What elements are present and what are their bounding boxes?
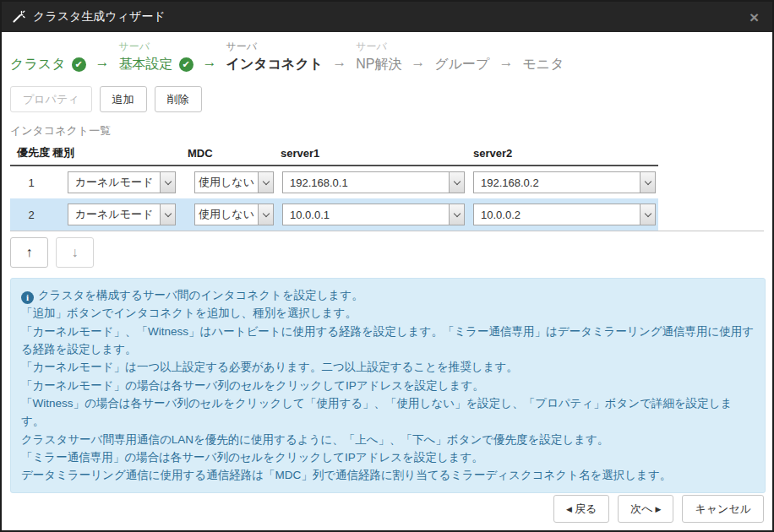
interconnect-list-caption: インタコネクト一覧	[10, 123, 764, 138]
mdc-select[interactable]: 使用しない	[194, 204, 274, 225]
table-row-selected[interactable]: 2 カーネルモード 使用しない 10.0.0.1 10.0.0.2	[10, 198, 658, 231]
step-sub-label: サーバ	[356, 40, 401, 54]
step-arrow-icon: →	[194, 52, 226, 74]
cancel-button[interactable]: キャンセル	[682, 495, 764, 523]
step-sub-label	[434, 40, 489, 54]
server1-select[interactable]: 192.168.0.1	[282, 171, 465, 193]
info-icon: i	[21, 291, 34, 304]
col-header-server1: server1	[281, 147, 473, 160]
step-sub-label: サーバ	[226, 40, 324, 54]
wizard-steps-breadcrumb: クラスタ ✔ → サーバ 基本設定 ✔ → サーバ インタコネクト → サーバ …	[10, 40, 764, 74]
step-label: グループ	[434, 56, 489, 73]
step-arrow-icon: →	[86, 52, 119, 74]
step-sub-label: サーバ	[119, 40, 194, 54]
info-line: 「ミラー通信専用」の場合は各サーバ列のセルをクリックしてIPアドレスを設定します…	[21, 448, 755, 466]
chevron-down-icon[interactable]	[258, 172, 273, 193]
next-button[interactable]: 次へ▶	[618, 495, 673, 523]
info-line: 「カーネルモード」の場合は各サーバ列のセルをクリックしてIPアドレスを設定します…	[21, 377, 755, 394]
wizard-wand-icon	[12, 10, 25, 24]
step-basic-settings: サーバ 基本設定 ✔	[119, 40, 194, 74]
step-group: グループ	[434, 40, 489, 74]
step-label: インタコネクト	[226, 56, 324, 73]
step-cluster: クラスタ ✔	[10, 40, 86, 74]
properties-button[interactable]: プロパティ	[10, 86, 92, 112]
chevron-down-icon[interactable]	[640, 204, 655, 225]
move-down-button[interactable]: ↓	[56, 237, 94, 268]
info-line: 「カーネルモード」は一つ以上設定する必要があります。二つ以上設定することを推奨し…	[21, 358, 755, 376]
interconnect-table: 1 カーネルモード 使用しない 192.168.0.1 192.168.0.2	[10, 166, 764, 231]
move-up-button[interactable]: ↑	[10, 237, 48, 268]
step-sub-label	[522, 40, 564, 54]
step-label: NP解決	[356, 56, 401, 73]
server2-select[interactable]: 10.0.0.2	[473, 204, 656, 225]
cluster-wizard-dialog: クラスタ生成ウィザード × クラスタ ✔ → サーバ 基本設定 ✔ →	[0, 0, 774, 532]
chevron-down-icon[interactable]	[160, 172, 175, 193]
info-line: 「追加」ボタンでインタコネクトを追加し、種別を選択します。	[21, 304, 755, 322]
step-sub-label	[10, 40, 86, 54]
interconnect-toolbar: プロパティ 追加 削除	[10, 86, 764, 112]
table-row[interactable]: 1 カーネルモード 使用しない 192.168.0.1 192.168.0.2	[10, 166, 658, 198]
step-np-resolution: サーバ NP解決	[356, 40, 401, 74]
step-done-check-icon: ✔	[179, 57, 194, 72]
col-header-mdc: MDC	[188, 147, 281, 160]
step-interconnect: サーバ インタコネクト	[226, 40, 324, 74]
arrow-down-icon: ↓	[72, 245, 79, 259]
add-button[interactable]: 追加	[100, 86, 147, 112]
col-header-priority: 優先度	[10, 145, 52, 160]
step-arrow-icon: →	[489, 52, 522, 74]
triangle-left-icon: ◀	[566, 505, 572, 513]
step-label: 基本設定	[119, 56, 173, 73]
step-label: モニタ	[522, 56, 564, 73]
info-panel: iクラスタを構成するサーバ間のインタコネクトを設定します。 「追加」ボタンでイン…	[10, 278, 766, 493]
info-line: 「カーネルモード」、「Witness」はハートビートに使用する経路を設定します。…	[21, 323, 755, 359]
mdc-select[interactable]: 使用しない	[194, 171, 274, 193]
arrow-up-icon: ↑	[26, 245, 33, 259]
dialog-title: クラスタ生成ウィザード	[33, 9, 166, 24]
chevron-down-icon[interactable]	[449, 172, 464, 193]
chevron-down-icon[interactable]	[160, 204, 175, 225]
priority-value: 2	[10, 209, 52, 221]
step-arrow-icon: →	[401, 52, 434, 74]
table-header-row: 優先度 種別 MDC server1 server2	[10, 141, 658, 166]
info-line: 「Witness」の場合は各サーバ列のセルをクリックして「使用する」、「使用しな…	[21, 394, 755, 431]
step-done-check-icon: ✔	[72, 57, 86, 72]
col-header-server2: server2	[473, 147, 658, 160]
priority-value: 1	[10, 176, 52, 189]
step-arrow-icon: →	[323, 52, 356, 74]
chevron-down-icon[interactable]	[449, 204, 464, 225]
triangle-right-icon: ▶	[656, 505, 662, 513]
close-icon[interactable]: ×	[746, 9, 762, 25]
remove-button[interactable]: 削除	[155, 86, 202, 112]
info-line: クラスタサーバ間専用通信のLANを優先的に使用するように、「上へ」、「下へ」ボタ…	[21, 431, 755, 448]
server2-select[interactable]: 192.168.0.2	[473, 171, 656, 193]
chevron-down-icon[interactable]	[640, 172, 655, 193]
footer-buttons: ◀戻る 次へ▶ キャンセル	[553, 495, 764, 523]
step-monitor: モニタ	[522, 40, 564, 74]
server1-select[interactable]: 10.0.0.1	[282, 204, 465, 225]
info-line: iクラスタを構成するサーバ間のインタコネクトを設定します。	[21, 286, 755, 304]
type-select[interactable]: カーネルモード	[68, 171, 176, 193]
title-bar: クラスタ生成ウィザード ×	[2, 2, 772, 32]
step-label: クラスタ	[10, 56, 66, 73]
info-line: データミラーリング通信に使用する通信経路は「MDC」列で通信経路に割り当てるミラ…	[21, 466, 755, 484]
priority-updown-controls: ↑ ↓	[10, 237, 764, 268]
type-select[interactable]: カーネルモード	[68, 204, 176, 225]
chevron-down-icon[interactable]	[258, 204, 273, 225]
col-header-type: 種別	[52, 145, 188, 160]
back-button[interactable]: ◀戻る	[553, 495, 609, 523]
